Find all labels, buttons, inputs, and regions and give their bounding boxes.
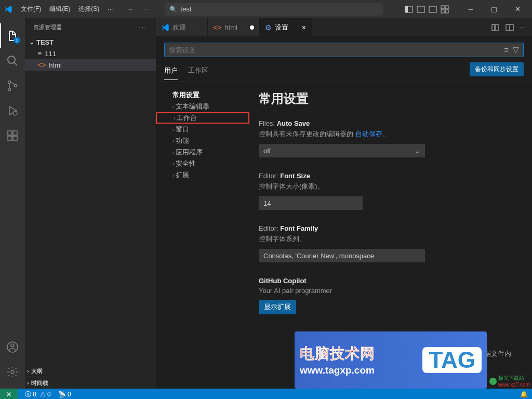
toc-window[interactable]: ›窗口: [156, 124, 249, 135]
toc-extensions[interactable]: ›扩展: [156, 169, 249, 181]
outline-section[interactable]: › 大纲: [25, 365, 156, 377]
watermark-logo-icon: [489, 378, 497, 385]
toc-security[interactable]: ›安全性: [156, 158, 249, 169]
explorer-folder-root[interactable]: ⌄ TEST: [25, 36, 156, 48]
chevron-down-icon: ⌄: [29, 38, 34, 46]
toc-label: 功能: [176, 136, 189, 145]
command-center[interactable]: 🔍: [165, 3, 383, 16]
more-actions-icon[interactable]: ···: [520, 23, 526, 31]
tab-label: 欢迎: [172, 23, 186, 32]
layout-right-icon[interactable]: [428, 5, 438, 14]
sync-settings-button[interactable]: 备份和同步设置: [470, 62, 524, 76]
chevron-right-icon: ›: [174, 115, 175, 121]
sidebar-more-icon[interactable]: ···: [139, 23, 148, 31]
command-center-input[interactable]: [180, 5, 378, 13]
autosave-select[interactable]: off⌄: [259, 144, 425, 157]
fontsize-input[interactable]: [259, 196, 363, 210]
chevron-down-icon: ⌄: [415, 147, 420, 155]
setting-desc: 控制具有未保存更改的编辑器的 自动保存。: [259, 129, 523, 139]
setting-fontsize: Editor: Font Size 控制字体大小(像素)。: [259, 172, 523, 210]
html-file-icon: <>: [37, 61, 46, 69]
menu-file[interactable]: 文件(F): [17, 0, 45, 18]
toc-common[interactable]: 常用设置: [156, 89, 249, 101]
show-extension-button[interactable]: 显示扩展: [259, 300, 296, 314]
status-ports[interactable]: 📡 0: [58, 391, 71, 398]
activity-scm[interactable]: [0, 73, 25, 98]
settings-search-input[interactable]: [169, 46, 504, 54]
toc-label: 文本编辑器: [176, 102, 209, 111]
timeline-label: 时间线: [31, 379, 48, 387]
remote-indicator[interactable]: [0, 389, 18, 399]
svg-point-22: [11, 370, 14, 374]
svg-rect-9: [445, 10, 448, 13]
layout-left-icon[interactable]: [404, 5, 414, 14]
dirty-indicator-icon: [250, 25, 254, 30]
window-maximize[interactable]: ▢: [484, 2, 504, 17]
toc-application[interactable]: ›应用程序: [156, 147, 249, 158]
fontfamily-input[interactable]: [259, 249, 425, 262]
svg-rect-5: [434, 6, 436, 12]
status-problems[interactable]: ⓧ 0 ⚠ 0: [25, 390, 51, 399]
svg-point-21: [11, 344, 14, 347]
activity-explorer[interactable]: 1: [0, 23, 25, 48]
window-close[interactable]: ✕: [507, 2, 528, 17]
file-label: 111: [45, 50, 56, 58]
nav-back-icon[interactable]: ←: [127, 5, 134, 13]
settings-scope-workspace[interactable]: 工作区: [188, 63, 208, 79]
chevron-right-icon: ›: [27, 368, 29, 374]
banner-title: 电脑技术网: [300, 344, 422, 364]
activity-search[interactable]: [0, 48, 25, 73]
svg-rect-18: [13, 136, 17, 140]
activity-debug[interactable]: [0, 98, 25, 123]
setting-name: Font Family: [280, 224, 318, 232]
settings-search[interactable]: ≡ ▽: [164, 43, 524, 57]
toc-text-editor[interactable]: ›文本编辑器: [156, 101, 249, 112]
tab-html[interactable]: <> html: [208, 18, 260, 36]
nav-forward-icon[interactable]: →: [142, 5, 149, 13]
layout-customize-icon[interactable]: [440, 5, 450, 14]
svg-rect-17: [8, 136, 12, 140]
search-icon: 🔍: [169, 6, 177, 13]
open-changes-icon[interactable]: [491, 23, 499, 32]
sidebar-title: 资源管理器: [33, 23, 62, 31]
file-item-html[interactable]: <> html: [25, 59, 156, 71]
account-icon: [6, 341, 19, 353]
explorer-tree: ⌄ TEST ≡ 111 <> html: [25, 36, 156, 365]
svg-rect-7: [445, 6, 448, 9]
activity-bar: 1: [0, 18, 25, 389]
folder-label: TEST: [36, 38, 54, 46]
filter-icon[interactable]: ▽: [513, 45, 519, 55]
setting-copilot: GitHub Copilot Your AI pair programmer 显…: [259, 277, 523, 314]
gear-icon: [6, 366, 19, 378]
layout-bottom-icon[interactable]: [416, 5, 426, 14]
menu-edit[interactable]: 编辑(E): [45, 0, 74, 18]
chevron-right-icon: ›: [172, 138, 174, 144]
timeline-section[interactable]: › 时间线: [25, 377, 156, 389]
chevron-right-icon: ›: [172, 150, 174, 155]
tab-welcome[interactable]: 欢迎: [156, 18, 208, 36]
split-editor-icon[interactable]: [506, 23, 514, 32]
sidebar: 资源管理器 ··· ⌄ TEST ≡ 111 <> html › 大纲: [25, 18, 156, 389]
svg-point-15: [13, 111, 17, 115]
clear-search-icon[interactable]: ≡: [504, 45, 509, 55]
tab-settings[interactable]: ⚙ 设置 ×: [260, 18, 312, 36]
outline-label: 大纲: [31, 367, 43, 375]
svg-rect-16: [8, 131, 12, 135]
activity-settings[interactable]: [0, 360, 25, 384]
close-icon[interactable]: ×: [302, 23, 306, 32]
settings-scope-user[interactable]: 用户: [164, 63, 178, 80]
menu-more[interactable]: ···: [103, 0, 117, 18]
settings-panel[interactable]: 常用设置 Files: Auto Save 控制具有未保存更改的编辑器的 自动保…: [249, 82, 532, 389]
file-item-111[interactable]: ≡ 111: [25, 48, 156, 59]
toc-features[interactable]: ›功能: [156, 135, 249, 147]
setting-desc: Your AI pair programmer: [259, 287, 523, 295]
window-minimize[interactable]: ─: [460, 2, 481, 17]
toc-label: 扩展: [176, 170, 189, 180]
toc-workbench[interactable]: ›工作台: [156, 112, 249, 124]
autosave-link[interactable]: 自动保存: [355, 130, 382, 138]
activity-extensions[interactable]: [0, 123, 25, 148]
status-notifications-icon[interactable]: 🔔: [520, 391, 528, 398]
svg-rect-6: [441, 6, 444, 9]
menu-select[interactable]: 选择(S): [74, 0, 103, 18]
activity-accounts[interactable]: [0, 335, 25, 360]
